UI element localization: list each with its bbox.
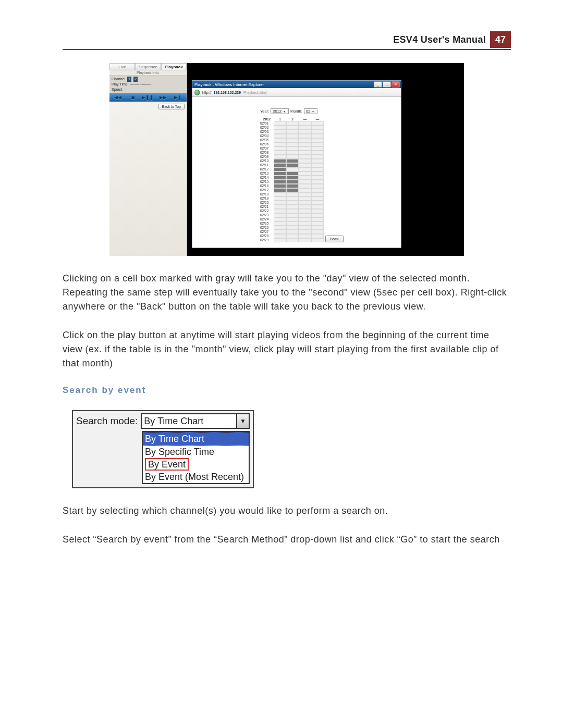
chart-cell[interactable]	[274, 138, 286, 142]
chart-cell[interactable]	[299, 226, 311, 230]
chart-cell[interactable]	[286, 138, 299, 142]
chart-cell[interactable]	[299, 146, 311, 151]
chart-cell[interactable]	[299, 205, 311, 209]
chart-cell[interactable]	[286, 221, 299, 226]
chart-cell[interactable]	[274, 217, 286, 221]
chart-cell[interactable]	[299, 192, 311, 196]
chart-cell[interactable]	[299, 234, 311, 238]
chart-cell[interactable]	[311, 188, 324, 192]
chart-cell[interactable]	[274, 180, 286, 184]
chart-cell[interactable]	[274, 176, 286, 180]
chart-cell[interactable]	[311, 192, 324, 196]
chart-cell[interactable]	[311, 230, 324, 234]
chart-cell[interactable]	[274, 159, 286, 163]
option-by-specific-time[interactable]: By Specific Time	[143, 446, 249, 458]
chart-cell[interactable]	[299, 184, 311, 188]
chart-cell[interactable]	[311, 151, 324, 155]
chart-cell[interactable]	[274, 163, 286, 167]
chart-cell[interactable]	[286, 196, 299, 201]
chart-cell[interactable]	[299, 121, 311, 126]
chart-cell[interactable]	[286, 230, 299, 234]
popup-addressbar[interactable]: http://192.168.102.239/Playback.html	[192, 88, 401, 97]
chart-cell[interactable]	[311, 155, 324, 159]
chart-cell[interactable]	[311, 134, 324, 138]
chart-cell[interactable]	[299, 230, 311, 234]
chart-cell[interactable]	[311, 138, 324, 142]
chart-cell[interactable]	[274, 230, 286, 234]
chart-cell[interactable]	[286, 192, 299, 196]
chart-cell[interactable]	[286, 130, 299, 134]
chart-cell[interactable]	[286, 180, 299, 184]
chart-cell[interactable]	[274, 121, 286, 126]
chart-cell[interactable]	[311, 180, 324, 184]
rewind-fast-button[interactable]: ◀◀	[111, 94, 126, 101]
chart-cell[interactable]	[286, 209, 299, 213]
chart-cell[interactable]	[299, 180, 311, 184]
chart-cell[interactable]	[311, 171, 324, 176]
chart-cell[interactable]	[274, 213, 286, 217]
chart-cell[interactable]	[299, 188, 311, 192]
chart-cell[interactable]	[286, 159, 299, 163]
chart-cell[interactable]	[274, 234, 286, 238]
month-select[interactable]: 02	[304, 108, 317, 114]
chart-cell[interactable]	[299, 155, 311, 159]
chart-cell[interactable]	[311, 205, 324, 209]
chart-cell[interactable]	[286, 167, 299, 171]
chart-cell[interactable]	[299, 213, 311, 217]
chart-cell[interactable]	[311, 126, 324, 130]
chart-cell[interactable]	[286, 134, 299, 138]
chart-cell[interactable]	[274, 171, 286, 176]
option-by-event-most-recent[interactable]: By Event (Most Recent)	[143, 471, 249, 483]
stop-button[interactable]: ■	[126, 94, 141, 101]
option-by-time-chart[interactable]: By Time Chart	[143, 432, 249, 446]
chart-cell[interactable]	[311, 167, 324, 171]
chart-cell[interactable]	[286, 217, 299, 221]
chart-cell[interactable]	[311, 213, 324, 217]
chart-cell[interactable]	[311, 196, 324, 201]
chart-cell[interactable]	[274, 209, 286, 213]
chart-cell[interactable]	[286, 151, 299, 155]
chart-cell[interactable]	[274, 192, 286, 196]
chart-cell[interactable]	[274, 151, 286, 155]
chart-cell[interactable]	[299, 134, 311, 138]
chart-cell[interactable]	[311, 209, 324, 213]
chart-cell[interactable]	[299, 126, 311, 130]
chart-cell[interactable]	[274, 188, 286, 192]
chart-cell[interactable]	[311, 146, 324, 151]
chart-cell[interactable]	[311, 176, 324, 180]
chart-cell[interactable]	[311, 221, 324, 226]
chart-cell[interactable]	[274, 155, 286, 159]
window-maximize-button[interactable]: □	[383, 81, 391, 88]
window-close-button[interactable]: ✕	[391, 81, 400, 88]
chart-cell[interactable]	[286, 126, 299, 130]
chart-cell[interactable]	[274, 201, 286, 205]
chart-cell[interactable]	[274, 134, 286, 138]
chart-cell[interactable]	[286, 121, 299, 126]
chart-cell[interactable]	[274, 221, 286, 226]
chart-cell[interactable]	[286, 155, 299, 159]
chart-cell[interactable]	[274, 226, 286, 230]
chart-cell[interactable]	[311, 121, 324, 126]
forward-button[interactable]: ▶▶	[155, 94, 170, 101]
chart-cell[interactable]	[299, 159, 311, 163]
chart-cell[interactable]	[286, 171, 299, 176]
chart-cell[interactable]	[311, 234, 324, 238]
chart-cell[interactable]	[299, 221, 311, 226]
chart-cell[interactable]	[274, 130, 286, 134]
chart-cell[interactable]	[299, 142, 311, 146]
chart-cell[interactable]	[299, 138, 311, 142]
tab-sequence[interactable]: Sequence	[135, 63, 161, 70]
tab-live[interactable]: Live	[109, 63, 135, 70]
chart-cell[interactable]	[286, 188, 299, 192]
chart-cell[interactable]	[299, 176, 311, 180]
chart-cell[interactable]	[274, 205, 286, 209]
chart-back-button[interactable]: Back	[325, 236, 344, 242]
year-select[interactable]: 2012	[271, 108, 289, 114]
chart-cell[interactable]	[274, 196, 286, 201]
chart-cell[interactable]	[299, 209, 311, 213]
skip-end-button[interactable]: ▶❙	[170, 94, 186, 101]
play-pause-button[interactable]: ▶❚❚	[141, 94, 156, 101]
dropdown-arrow-icon[interactable]: ▼	[236, 414, 249, 428]
chart-cell[interactable]	[311, 163, 324, 167]
chart-cell[interactable]	[299, 196, 311, 201]
